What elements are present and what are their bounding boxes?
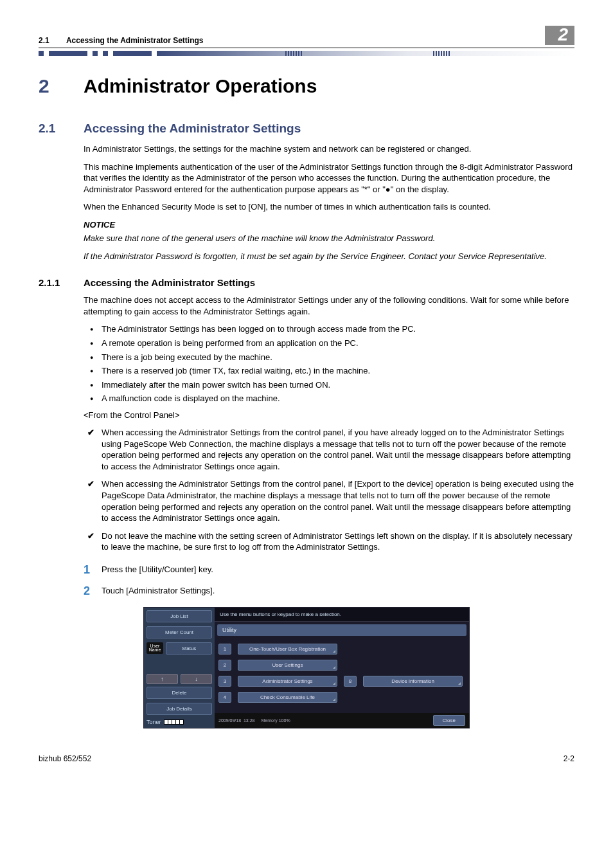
header-section-num: 2.1: [39, 36, 64, 45]
meter-count-button[interactable]: Meter Count: [147, 626, 212, 638]
chapter-badge: 2: [545, 26, 574, 45]
subsection-title: Accessing the Administrator Settings: [84, 277, 255, 288]
panel-time: 13:28: [244, 718, 255, 723]
body-text: When the Enhanced Security Mode is set t…: [84, 201, 574, 213]
list-item: Do not leave the machine with the settin…: [84, 530, 574, 553]
user-name-label: User Name: [147, 642, 163, 654]
running-head: 2.1 Accessing the Administrator Settings: [39, 36, 204, 45]
check-list: When accessing the Administrator Setting…: [84, 427, 574, 552]
list-item: A malfunction code is displayed on the m…: [84, 393, 574, 404]
down-arrow-button[interactable]: ↓: [181, 674, 212, 684]
menu-number: 4: [218, 692, 231, 703]
menu-number: 2: [218, 660, 231, 671]
utility-title: Utility: [217, 624, 466, 636]
menu-number: 3: [218, 676, 231, 687]
delete-button[interactable]: Delete: [147, 687, 212, 699]
list-item: The Administrator Settings has been logg…: [84, 323, 574, 335]
toner-indicator: Toner: [147, 719, 212, 725]
toner-bars-icon: [164, 719, 184, 725]
menu-number: 8: [344, 676, 357, 687]
section-heading: 2.1Accessing the Administrator Settings: [39, 122, 574, 136]
step-item: 2Touch [Administrator Settings].: [84, 586, 574, 595]
footer-page-number: 2-2: [564, 754, 574, 763]
subsection-heading: 2.1.1Accessing the Administrator Setting…: [39, 277, 574, 288]
notice-text: If the Administrator Password is forgott…: [84, 251, 574, 262]
user-settings-button[interactable]: User Settings: [238, 660, 337, 671]
notice-heading: NOTICE: [84, 219, 574, 231]
body-text: In Administrator Settings, the settings …: [84, 143, 574, 155]
panel-prompt: Use the menu buttons or keypad to make a…: [215, 608, 469, 622]
header-section-title: Accessing the Administrator Settings: [66, 36, 204, 45]
toner-label: Toner: [147, 719, 161, 725]
panel-screenshot: Job List Meter Count User Name Status ↑ …: [143, 607, 470, 728]
step-item: 1Press the [Utility/Counter] key.: [84, 565, 574, 574]
job-details-button[interactable]: Job Details: [147, 703, 212, 715]
chapter-heading: 2Administrator Operations: [39, 75, 574, 97]
list-item: A remote operation is being performed fr…: [84, 338, 574, 349]
subsection-number: 2.1.1: [39, 277, 84, 288]
chapter-title: Administrator Operations: [84, 75, 317, 96]
section-title: Accessing the Administrator Settings: [84, 122, 301, 135]
list-item: Immediately after the main power switch …: [84, 379, 574, 391]
section-number: 2.1: [39, 122, 84, 136]
memory-value: 100%: [279, 718, 290, 723]
step-text: Press the [Utility/Counter] key.: [102, 565, 213, 574]
body-text: This machine implements authentication o…: [84, 161, 574, 195]
step-number: 2: [84, 584, 90, 598]
footer-model: bizhub 652/552: [39, 754, 91, 763]
chapter-number: 2: [39, 75, 84, 97]
list-item: When accessing the Administrator Setting…: [84, 478, 574, 523]
up-arrow-button[interactable]: ↑: [147, 674, 178, 684]
panel-date: 2009/09/18: [218, 718, 241, 723]
check-consumable-button[interactable]: Check Consumable Life: [238, 692, 337, 703]
menu-number: 1: [218, 644, 231, 655]
one-touch-button[interactable]: One-Touch/User Box Registration: [238, 644, 337, 655]
device-information-button[interactable]: Device Information: [363, 676, 463, 687]
list-item: There is a reserved job (timer TX, fax r…: [84, 365, 574, 377]
step-list: 1Press the [Utility/Counter] key. 2Touch…: [84, 565, 574, 595]
body-text: The machine does not accept access to th…: [84, 294, 574, 317]
panel-sidebar: Job List Meter Count User Name Status ↑ …: [144, 608, 215, 728]
decorative-bar: [39, 51, 574, 56]
memory-label: Memory: [261, 718, 277, 723]
list-item: There is a job being executed by the mac…: [84, 352, 574, 363]
status-button[interactable]: Status: [166, 642, 212, 655]
administrator-settings-button[interactable]: Administrator Settings: [238, 676, 337, 687]
notice-text: Make sure that none of the general users…: [84, 233, 574, 244]
job-list-button[interactable]: Job List: [147, 610, 212, 622]
list-item: When accessing the Administrator Setting…: [84, 427, 574, 472]
bullet-list: The Administrator Settings has been logg…: [84, 323, 574, 404]
close-button[interactable]: Close: [433, 715, 465, 726]
panel-main: Use the menu buttons or keypad to make a…: [215, 608, 469, 728]
sub-label: <From the Control Panel>: [84, 410, 574, 421]
step-number: 1: [84, 563, 90, 577]
step-text: Touch [Administrator Settings].: [102, 586, 215, 595]
